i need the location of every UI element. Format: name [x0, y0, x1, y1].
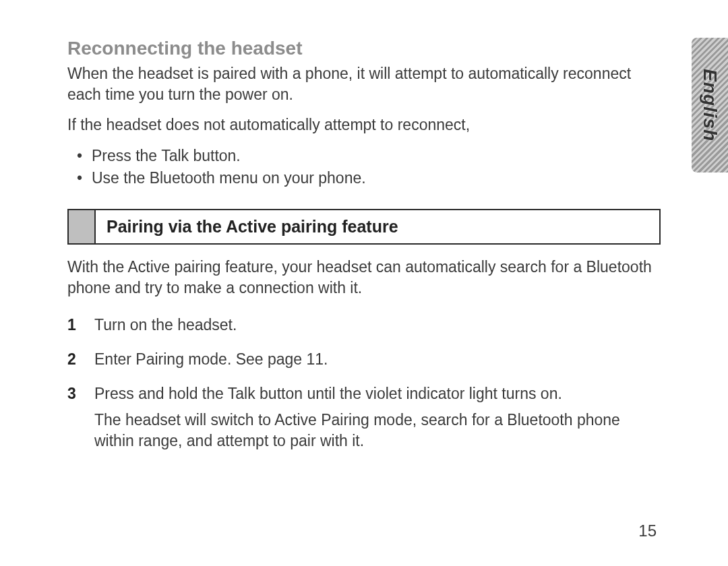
paragraph: With the Active pairing feature, your he… [67, 257, 661, 298]
language-tab: English [692, 38, 728, 172]
list-item: Use the Bluetooth menu on your phone. [92, 167, 661, 189]
page-number: 15 [638, 522, 657, 540]
bullet-list: Press the Talk button. Use the Bluetooth… [67, 145, 661, 190]
heading-reconnecting: Reconnecting the headset [67, 38, 661, 59]
page-content: Reconnecting the headset When the headse… [67, 38, 661, 458]
paragraph: When the headset is paired with a phone,… [67, 63, 661, 105]
step-text: Press and hold the Talk button until the… [94, 385, 562, 402]
step-text: Enter Pairing mode. See page 11. [94, 350, 328, 368]
step-text: Turn on the headset. [94, 316, 237, 334]
heading-active-pairing: Pairing via the Active pairing feature [96, 210, 409, 243]
paragraph: If the headset does not automatically at… [67, 115, 661, 135]
language-tab-label: English [699, 69, 721, 142]
step-note: The headset will switch to Active Pairin… [94, 410, 661, 451]
step-item: Turn on the headset. [67, 308, 661, 342]
step-item: Press and hold the Talk button until the… [67, 377, 661, 458]
step-item: Enter Pairing mode. See page 11. [67, 342, 661, 377]
section-heading-tab [69, 210, 96, 243]
section-heading-bar: Pairing via the Active pairing feature [67, 209, 661, 245]
list-item: Press the Talk button. [92, 145, 661, 167]
numbered-steps: Turn on the headset. Enter Pairing mode.… [67, 308, 661, 458]
